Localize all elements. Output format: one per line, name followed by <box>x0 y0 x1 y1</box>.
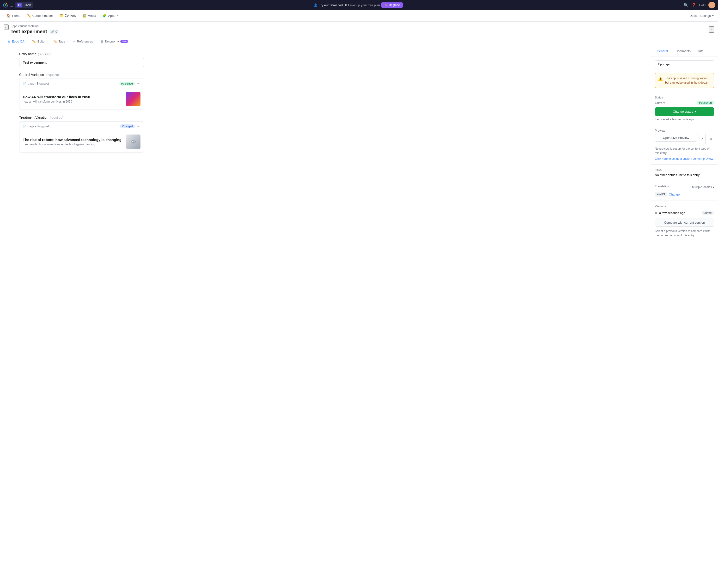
change-locale-button[interactable]: Change <box>669 193 680 196</box>
control-card-more-button[interactable]: ⋯ <box>136 81 141 86</box>
control-card-url: how-ar-will-transform-our-lives-in-2050 <box>23 100 123 103</box>
more-options-button[interactable]: ⋯ <box>709 26 714 33</box>
sidebar-tab-general[interactable]: General <box>655 46 670 56</box>
sidebar-tab-comments[interactable]: Comments <box>674 46 693 56</box>
treatment-card-body[interactable]: The rise of robots: how advanced technol… <box>19 131 144 152</box>
treatment-card-thumbnail <box>126 134 141 149</box>
treatment-variation-card: 📄 page - Blog post Changed ⋯ The rise of… <box>19 121 144 152</box>
upgrade-button[interactable]: ⚡ Upgrade <box>381 2 403 8</box>
sidebar-tab-info[interactable]: Info <box>696 46 705 56</box>
topbar-right: 🔍 ❓ Help <box>684 2 715 8</box>
tab-editor[interactable]: ✏️ Editor <box>28 37 49 46</box>
workspace-avatar: EP <box>17 3 22 7</box>
taxonomy-icon: ⊞ <box>101 40 103 43</box>
link-badge[interactable]: 🔗 0 <box>49 29 59 34</box>
topbar-center: 👤 Try our refreshed UI Level up your fre… <box>35 2 682 8</box>
settings-button[interactable]: Settings ▼ <box>699 14 714 18</box>
breadcrumb: Eppo variant container <box>10 24 59 28</box>
control-card-header: 📄 page - Blog post Published ⋯ <box>19 79 144 88</box>
translation-label: Translation <box>655 185 669 188</box>
compare-with-current-button[interactable]: Compare with current version <box>655 218 714 227</box>
link-count: 0 <box>56 30 57 34</box>
control-card-thumbnail <box>126 92 141 106</box>
chevron-down-icon: ▾ <box>695 110 696 113</box>
locale-selector: en-US Change <box>655 192 714 197</box>
docs-link[interactable]: Docs <box>690 14 697 18</box>
entry-name-label: Entry name (required) <box>19 52 632 56</box>
nav-home[interactable]: 🏠 Home <box>4 13 23 19</box>
preview-copy-icon[interactable]: ⧉ <box>708 134 714 144</box>
page-title: Test experiment <box>10 29 47 34</box>
preview-setup-link[interactable]: Click here to set up a custom content pr… <box>655 157 714 161</box>
status-label: Status <box>655 96 714 99</box>
control-card-text: How AR will transform our lives in 2050 … <box>23 95 123 103</box>
version-item-row: a few seconds ago <box>655 211 685 215</box>
tabs-row: ⊕ Eppo QA ✏️ Editor 🏷️ Tags ⇌ References… <box>4 37 714 46</box>
apps-icon: 🧩 <box>103 14 107 18</box>
version-time: a few seconds ago <box>659 211 685 215</box>
level-up-text: Level up your free plan <box>348 3 380 7</box>
svg-rect-3 <box>132 140 134 141</box>
back-button[interactable]: ← <box>4 24 9 30</box>
change-status-button[interactable]: Change status ▾ <box>655 107 714 116</box>
control-card-body[interactable]: How AR will transform our lives in 2050 … <box>19 88 144 109</box>
preview-external-icon[interactable]: ↗ <box>699 134 706 144</box>
search-button[interactable]: 🔍 <box>684 3 689 7</box>
workspace-name: Blank <box>23 3 31 7</box>
version-current-badge: Current <box>701 211 714 215</box>
current-label: Current <box>655 101 665 105</box>
help-button[interactable]: Help <box>699 3 705 7</box>
svg-rect-7 <box>135 141 136 143</box>
apps-dropdown-icon: ▼ <box>117 15 119 17</box>
nav-media[interactable]: 🖼️ Media <box>80 13 99 19</box>
sidebar: General Comments Info ⚠️ The app is save… <box>651 46 718 588</box>
tab-taxonomy[interactable]: ⊞ Taxonomy New <box>97 37 132 46</box>
references-icon: ⇌ <box>73 40 76 43</box>
versions-section: Versions a few seconds ago Current Compa… <box>651 201 718 241</box>
content-area: Entry name (required) Control Variation … <box>0 46 651 588</box>
treatment-variation-label: Treatment Variation (required) <box>19 115 632 119</box>
treatment-card-url: the-rise-of-robots-how-advanced-technolo… <box>23 143 123 146</box>
version-item: a few seconds ago Current <box>655 211 714 215</box>
refresh-ui-text: Try our refreshed UI <box>319 3 347 7</box>
entry-name-input[interactable] <box>19 58 144 67</box>
multiple-locales-selector[interactable]: Multiple locales ▾ <box>692 185 714 189</box>
page-header: ← Eppo variant container Test experiment… <box>0 22 718 46</box>
nav-apps[interactable]: 🧩 Apps ▼ <box>100 13 122 19</box>
control-variation-card: 📄 page - Blog post Published ⋯ How AR wi… <box>19 79 144 110</box>
user-avatar[interactable] <box>709 2 715 8</box>
app-name-section: ⚠️ The app is saved in configuration, bu… <box>651 57 718 92</box>
warning-text: The app is saved in configuration, but c… <box>665 76 711 85</box>
translation-section: Translation Multiple locales ▾ en-US Cha… <box>651 181 718 201</box>
editor-icon: ✏️ <box>32 40 36 43</box>
menu-icon[interactable]: ☰ <box>10 3 14 7</box>
workspace-selector[interactable]: EP Blank <box>15 2 33 8</box>
treatment-card-more-button[interactable]: ⋯ <box>136 124 141 128</box>
open-live-preview-button[interactable]: Open Live Preview <box>655 134 697 142</box>
control-variation-field-group: Control Variation (required) 📄 page - Bl… <box>19 73 632 110</box>
tab-references[interactable]: ⇌ References <box>69 37 97 46</box>
treatment-card-title: The rise of robots: how advanced technol… <box>23 138 123 142</box>
media-icon: 🖼️ <box>82 14 86 18</box>
link-icon: 🔗 <box>51 30 55 34</box>
tab-eppo-qa[interactable]: ⊕ Eppo QA <box>4 37 28 46</box>
status-section: Status Current Published Change status ▾… <box>651 92 718 125</box>
svg-point-5 <box>133 141 134 142</box>
person-icon: 👤 <box>314 3 317 7</box>
entry-name-field-group: Entry name (required) <box>19 52 632 67</box>
app-logo <box>3 2 8 8</box>
svg-point-4 <box>132 141 133 142</box>
sidebar-tabs: General Comments Info <box>651 46 718 57</box>
tab-tags[interactable]: 🏷️ Tags <box>49 37 69 46</box>
nav-content[interactable]: 🗂️ Content <box>57 12 79 19</box>
settings-dropdown-icon: ▼ <box>712 15 714 17</box>
app-name-input[interactable] <box>655 60 714 68</box>
links-label: Links <box>655 168 714 172</box>
warning-box: ⚠️ The app is saved in configuration, bu… <box>655 73 714 88</box>
warning-icon: ⚠️ <box>658 77 663 81</box>
translation-row: Translation Multiple locales ▾ <box>655 185 714 190</box>
treatment-card-header: 📄 page - Blog post Changed ⋯ <box>19 122 144 131</box>
version-dot <box>655 212 657 214</box>
help-icon[interactable]: ❓ <box>691 3 696 7</box>
nav-content-model[interactable]: ✏️ Content model <box>24 13 56 19</box>
